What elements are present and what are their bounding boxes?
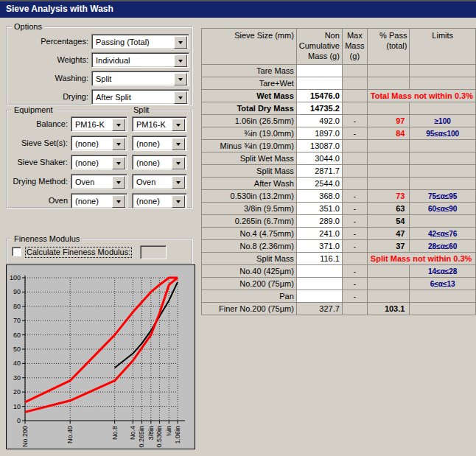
mass-input[interactable] [296,290,342,303]
max-mass-cell [342,65,367,77]
mass-input[interactable]: 289.0 [296,215,342,228]
page-title: Sieve Analysis with Wash [6,4,113,14]
oven-selected-value: (none) [75,196,112,206]
washing-selected-value: Split [96,74,174,84]
axis-tick-label: 90 [13,288,21,295]
oven-select[interactable]: (none) [71,193,127,208]
sieve-set-s-select[interactable]: (none) [71,136,127,151]
mass-input[interactable]: 15476.0 [296,90,342,102]
table-row: Split Wet Mass3044.0 [202,152,476,165]
max-mass-cell [342,90,367,102]
mass-input[interactable]: 116.1 [296,253,342,265]
limits-cell [410,140,476,152]
oven-split-selected-value: (none) [136,196,172,206]
row-label: 0.530in (13.2mm) [202,190,297,203]
drying-method-split-select[interactable]: Oven [132,174,187,189]
dropdown-arrow-icon[interactable] [174,36,187,49]
balance-label: Balance: [7,116,68,132]
mass-input[interactable]: 241.0 [296,228,342,240]
sieve-analysis-window: Sieve Analysis with Wash Options Percent… [0,0,476,456]
percent-pass-cell [367,278,410,290]
mass-input[interactable]: 371.0 [296,240,342,253]
drying-method-select[interactable]: Oven [71,174,127,189]
table-row: Split Mass2871.7 [202,165,476,178]
table-row: Wet Mass15476.0Total Mass not within 0.3… [202,90,476,102]
chevron-down-icon [176,200,181,206]
drying-selected-value: After Split [96,92,174,102]
row-label: 0.265in (6.7mm) [202,215,297,228]
dropdown-arrow-icon[interactable] [112,157,125,169]
mass-input[interactable]: 368.0 [296,190,342,203]
dropdown-arrow-icon[interactable] [174,73,187,85]
sieve-set-s-split-select[interactable]: (none) [132,136,187,151]
dropdown-arrow-icon[interactable] [112,119,125,131]
limits-cell: 75≤α≤95 [410,190,476,203]
axis-tick-label: 100 [10,274,21,281]
row-label: No.8 (2.36mm) [202,240,297,253]
dropdown-arrow-icon[interactable] [172,195,185,208]
chevron-down-icon [116,143,121,148]
percent-pass-cell: 73 [367,190,410,203]
balance-select[interactable]: PM16-K [71,116,127,132]
balance-split-select[interactable]: PM16-K [132,116,187,132]
max-mass-cell [342,303,367,315]
mass-input[interactable] [296,77,342,90]
percent-pass-cell: 63 [367,203,410,215]
percent-pass-cell [367,152,410,165]
weights-select[interactable]: Individual [91,52,189,68]
dropdown-arrow-icon[interactable] [174,91,187,104]
dropdown-arrow-icon[interactable] [172,119,185,131]
dropdown-arrow-icon[interactable] [172,138,185,150]
fineness-modulus-value-field[interactable] [140,245,167,259]
mass-input[interactable]: 1897.0 [296,127,342,140]
table-row: ¾in (19.0mm)1897.0-8495≤α≤100 [202,127,476,140]
chevron-down-icon [178,60,183,65]
mass-input[interactable]: 13087.0 [296,140,342,152]
mass-input[interactable] [296,65,342,77]
dropdown-arrow-icon[interactable] [174,55,187,67]
table-row: No.40 (425µm)-14≤α≤28 [202,265,476,278]
options-group: Options Percentages:Passing (Total)Weigh… [6,27,193,105]
dropdown-arrow-icon[interactable] [112,176,125,189]
table-row: Pan- [202,290,476,303]
mass-input[interactable]: 3044.0 [296,152,342,165]
axis-tick-label: 0.265in [138,426,145,448]
row-label: Split Mass [202,253,297,265]
dropdown-arrow-icon[interactable] [172,157,185,169]
sieve-shaker-split-select[interactable]: (none) [132,155,187,170]
limits-cell: 14≤α≤28 [410,265,476,278]
max-mass-cell: - [342,203,367,215]
axis-tick-label: 3/8in [147,426,155,441]
mass-input[interactable]: 2871.7 [296,165,342,178]
washing-select[interactable]: Split [91,71,189,86]
axis-tick-label: 70 [13,317,21,324]
drying-method-split-selected-value: Oven [136,177,172,187]
max-mass-cell [342,140,367,152]
drying-select[interactable]: After Split [91,89,189,105]
dropdown-arrow-icon[interactable] [112,195,125,208]
mass-input[interactable]: 492.0 [296,115,342,127]
axis-tick-label: 40 [13,359,21,367]
row-label: 3/8in (9.5mm) [202,203,297,215]
axis-tick-label: 10 [13,403,21,410]
max-mass-cell: - [342,290,367,303]
drying-label: Drying: [7,89,88,105]
dropdown-arrow-icon[interactable] [112,138,125,150]
percentages-select[interactable]: Passing (Total) [91,34,189,49]
mass-input[interactable]: 2544.0 [296,178,342,190]
limits-cell: ≥100 [410,115,476,127]
row-label: Split Mass [202,165,297,178]
mass-input[interactable]: 14735.2 [296,102,342,115]
percent-pass-cell: 97 [367,115,410,127]
sieve-shaker-select[interactable]: (none) [71,155,127,170]
mass-input[interactable] [296,278,342,290]
row-label: 1.06in (26.5mm) [202,115,297,127]
mass-input[interactable] [296,265,342,278]
chevron-down-icon [178,78,183,83]
max-mass-cell: - [342,228,367,240]
calculate-fineness-modulus-checkbox[interactable] [12,247,21,256]
mass-input[interactable]: 351.0 [296,203,342,215]
limits-cell [410,215,476,228]
dropdown-arrow-icon[interactable] [172,176,185,189]
oven-split-select[interactable]: (none) [132,193,187,208]
